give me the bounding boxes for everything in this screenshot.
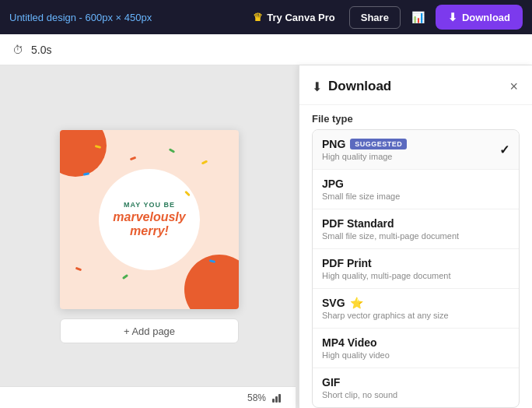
file-type-options-list: PNGSUGGESTEDHigh quality image✓JPGSmall … <box>312 129 520 408</box>
confetti-9 <box>201 160 208 164</box>
add-page-button[interactable]: + Add page <box>60 318 239 343</box>
option-name-text-3: PDF Print <box>322 257 372 269</box>
try-pro-label: Try Canva Pro <box>267 12 334 23</box>
file-type-option-pdf-standard[interactable]: PDF StandardSmall file size, multi-page … <box>313 209 519 249</box>
option-name-text-2: PDF Standard <box>322 217 394 230</box>
card-text-top: MAY YOU BE <box>113 201 185 209</box>
option-desc-4: Sharp vector graphics at any size <box>322 311 449 320</box>
circle-decoration-bottom-right <box>184 255 239 309</box>
timer-value: 5.0s <box>31 44 51 56</box>
file-type-option-png[interactable]: PNGSUGGESTEDHigh quality image✓ <box>313 130 519 170</box>
share-button[interactable]: Share <box>349 6 401 29</box>
panel-download-icon: ⬇ <box>312 79 322 94</box>
bottom-bar: 58% <box>0 386 296 408</box>
option-left-1: JPGSmall file size image <box>322 178 400 201</box>
option-name-row-0: PNGSUGGESTED <box>322 138 407 150</box>
design-card: MAY YOU BE marvelouslymerry! <box>60 130 239 309</box>
option-left-2: PDF StandardSmall file size, multi-page … <box>322 217 459 241</box>
download-top-label: Download <box>462 12 510 23</box>
check-icon-0: ✓ <box>499 142 509 157</box>
try-canva-pro-button[interactable]: ♛ Try Canva Pro <box>245 6 342 28</box>
file-type-option-svg[interactable]: SVG⭐Sharp vector graphics at any size <box>313 289 519 329</box>
card-text: MAY YOU BE marvelouslymerry! <box>113 201 185 237</box>
bar-chart-icon <box>272 393 283 403</box>
confetti-4 <box>83 172 89 175</box>
pro-badge: ⭐ <box>350 297 363 309</box>
confetti-2 <box>130 157 137 161</box>
chart-icon[interactable]: 📊 <box>407 6 429 28</box>
option-name-row-2: PDF Standard <box>322 217 459 230</box>
panel-header: ⬇ Download × <box>299 65 532 105</box>
panel-title: Download <box>328 79 391 94</box>
option-left-4: SVG⭐Sharp vector graphics at any size <box>322 297 449 320</box>
download-arrow-icon: ⬇ <box>448 11 457 23</box>
option-desc-3: High quality, multi-page document <box>322 271 451 280</box>
file-type-option-jpg[interactable]: JPGSmall file size image <box>313 170 519 209</box>
option-desc-5: High quality video <box>322 350 390 360</box>
confetti-7 <box>122 274 128 280</box>
design-title: Untitled design - 600px × 450px <box>9 12 239 23</box>
option-left-5: MP4 VideoHigh quality video <box>322 336 390 360</box>
download-panel: ⬇ Download × File type PNGSUGGESTEDHigh … <box>299 65 532 408</box>
main-area: MAY YOU BE marvelouslymerry! + Add page … <box>0 65 532 408</box>
option-name-row-6: GIF <box>322 376 397 389</box>
topbar: Untitled design - 600px × 450px ♛ Try Ca… <box>0 0 532 34</box>
option-name-text-6: GIF <box>322 376 340 389</box>
panel-close-button[interactable]: × <box>508 78 520 95</box>
card-text-main: marvelouslymerry! <box>113 210 185 237</box>
secondbar: ⏱ 5.0s <box>0 34 532 65</box>
file-type-option-pdf-print[interactable]: PDF PrintHigh quality, multi-page docume… <box>313 249 519 289</box>
file-type-label: File type <box>299 105 532 129</box>
panel-header-left: ⬇ Download <box>312 79 391 94</box>
confetti-6 <box>75 267 82 272</box>
option-name-text-0: PNG <box>322 138 345 150</box>
option-name-text-1: JPG <box>322 178 344 190</box>
option-name-row-5: MP4 Video <box>322 336 390 349</box>
option-name-row-3: PDF Print <box>322 257 451 269</box>
add-page-label: + Add page <box>124 325 175 337</box>
option-desc-0: High quality image <box>322 152 407 161</box>
zoom-level: 58% <box>247 392 266 403</box>
option-left-6: GIFShort clip, no sound <box>322 376 397 399</box>
file-type-option-gif[interactable]: GIFShort clip, no sound <box>313 368 519 407</box>
file-type-option-mp4-video[interactable]: MP4 VideoHigh quality video <box>313 329 519 368</box>
option-desc-2: Small file size, multi-page document <box>322 231 459 241</box>
option-desc-6: Short clip, no sound <box>322 390 397 399</box>
crown-icon: ♛ <box>253 11 263 23</box>
option-name-row-1: JPG <box>322 178 400 190</box>
download-top-button[interactable]: ⬇ Download <box>436 5 523 30</box>
option-left-0: PNGSUGGESTEDHigh quality image <box>322 138 407 161</box>
canvas-area: MAY YOU BE marvelouslymerry! + Add page … <box>0 65 299 408</box>
option-desc-1: Small file size image <box>322 192 400 201</box>
suggested-badge: SUGGESTED <box>350 139 407 149</box>
circle-decoration-top-left <box>60 130 107 177</box>
confetti-3 <box>169 148 175 153</box>
timer-icon: ⏱ <box>12 44 23 56</box>
option-name-row-4: SVG⭐ <box>322 297 449 309</box>
option-name-text-5: MP4 Video <box>322 336 377 349</box>
option-left-3: PDF PrintHigh quality, multi-page docume… <box>322 257 451 280</box>
option-name-text-4: SVG <box>322 297 345 309</box>
